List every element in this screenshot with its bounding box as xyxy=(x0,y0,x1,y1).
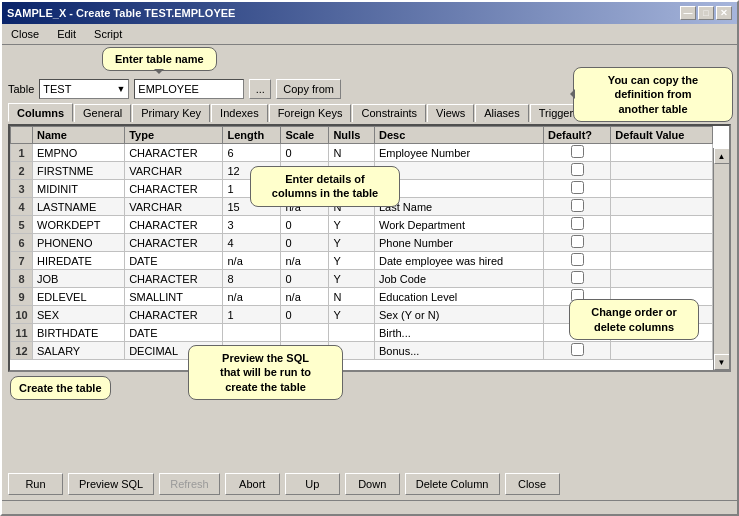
row-desc[interactable]: Work Department xyxy=(375,216,544,234)
row-desc[interactable]: Job Code xyxy=(375,270,544,288)
row-scale[interactable]: 0 xyxy=(281,144,329,162)
table-row[interactable]: 7 HIREDATE DATE n/a n/a Y Date employee … xyxy=(11,252,713,270)
row-default-check[interactable] xyxy=(544,198,611,216)
table-row[interactable]: 5 WORKDEPT CHARACTER 3 0 Y Work Departme… xyxy=(11,216,713,234)
row-type[interactable]: VARCHAR xyxy=(125,198,223,216)
row-nulls[interactable]: Y xyxy=(329,216,375,234)
scroll-down-arrow[interactable]: ▼ xyxy=(714,354,730,370)
row-scale[interactable]: 0 xyxy=(281,234,329,252)
row-length[interactable]: 4 xyxy=(223,234,281,252)
row-type[interactable]: DATE xyxy=(125,324,223,342)
preview-sql-button[interactable]: Preview SQL xyxy=(68,473,154,495)
table-row[interactable]: 6 PHONENO CHARACTER 4 0 Y Phone Number xyxy=(11,234,713,252)
up-button[interactable]: Up xyxy=(285,473,340,495)
minimize-button[interactable]: — xyxy=(680,6,696,20)
row-nulls[interactable]: Y xyxy=(329,234,375,252)
tab-foreign-keys[interactable]: Foreign Keys xyxy=(269,104,352,122)
row-name[interactable]: PHONENO xyxy=(33,234,125,252)
row-desc[interactable]: Sex (Y or N) xyxy=(375,306,544,324)
row-default-value[interactable] xyxy=(611,342,713,360)
table-row[interactable]: 12 SALARY DECIMAL Bonus... xyxy=(11,342,713,360)
vertical-scrollbar[interactable]: ▲ ▼ xyxy=(713,148,729,370)
tab-aliases[interactable]: Aliases xyxy=(475,104,528,122)
row-name[interactable]: SALARY xyxy=(33,342,125,360)
row-default-value[interactable] xyxy=(611,198,713,216)
abort-button[interactable]: Abort xyxy=(225,473,280,495)
row-default-check[interactable] xyxy=(544,180,611,198)
scroll-up-arrow[interactable]: ▲ xyxy=(714,148,730,164)
row-type[interactable]: CHARACTER xyxy=(125,270,223,288)
col-header-type[interactable]: Type xyxy=(125,127,223,144)
row-nulls[interactable]: N xyxy=(329,144,375,162)
row-default-value[interactable] xyxy=(611,144,713,162)
copy-from-button[interactable]: Copy from xyxy=(276,79,341,99)
row-default-value[interactable] xyxy=(611,270,713,288)
row-type[interactable]: SMALLINT xyxy=(125,288,223,306)
row-scale[interactable]: n/a xyxy=(281,252,329,270)
menu-edit[interactable]: Edit xyxy=(53,26,80,42)
table-row[interactable]: 1 EMPNO CHARACTER 6 0 N Employee Number xyxy=(11,144,713,162)
row-default-value[interactable] xyxy=(611,234,713,252)
row-nulls[interactable]: Y xyxy=(329,306,375,324)
tab-general[interactable]: General xyxy=(74,104,131,122)
row-length[interactable]: 3 xyxy=(223,216,281,234)
row-length[interactable]: 6 xyxy=(223,144,281,162)
row-nulls[interactable]: Y xyxy=(329,270,375,288)
row-type[interactable]: VARCHAR xyxy=(125,162,223,180)
row-default-check[interactable] xyxy=(544,270,611,288)
row-type[interactable]: DATE xyxy=(125,252,223,270)
row-default-check[interactable] xyxy=(544,252,611,270)
down-button[interactable]: Down xyxy=(345,473,400,495)
tab-columns[interactable]: Columns xyxy=(8,103,73,122)
delete-column-button[interactable]: Delete Column xyxy=(405,473,500,495)
row-name[interactable]: HIREDATE xyxy=(33,252,125,270)
schema-combo[interactable]: TEST ▼ xyxy=(39,79,129,99)
row-default-value[interactable] xyxy=(611,162,713,180)
row-name[interactable]: FIRSTNME xyxy=(33,162,125,180)
row-desc[interactable]: Employee Number xyxy=(375,144,544,162)
table-name-input[interactable] xyxy=(134,79,244,99)
row-type[interactable]: CHARACTER xyxy=(125,180,223,198)
row-desc[interactable]: Phone Number xyxy=(375,234,544,252)
row-default-value[interactable] xyxy=(611,216,713,234)
row-default-check[interactable] xyxy=(544,342,611,360)
row-type[interactable]: CHARACTER xyxy=(125,144,223,162)
run-button[interactable]: Run xyxy=(8,473,63,495)
refresh-button[interactable]: Refresh xyxy=(159,473,220,495)
tab-primary-key[interactable]: Primary Key xyxy=(132,104,210,122)
row-type[interactable]: CHARACTER xyxy=(125,216,223,234)
row-scale[interactable]: 0 xyxy=(281,216,329,234)
row-default-check[interactable] xyxy=(544,162,611,180)
tab-constraints[interactable]: Constraints xyxy=(352,104,426,122)
col-header-name[interactable]: Name xyxy=(33,127,125,144)
dots-button[interactable]: ... xyxy=(249,79,271,99)
row-length[interactable] xyxy=(223,324,281,342)
row-scale[interactable]: 0 xyxy=(281,270,329,288)
col-header-nulls[interactable]: Nulls xyxy=(329,127,375,144)
row-nulls[interactable]: Y xyxy=(329,252,375,270)
row-length[interactable]: 8 xyxy=(223,270,281,288)
row-name[interactable]: LASTNAME xyxy=(33,198,125,216)
col-header-length[interactable]: Length xyxy=(223,127,281,144)
close-button[interactable]: Close xyxy=(505,473,560,495)
row-name[interactable]: EMPNO xyxy=(33,144,125,162)
row-name[interactable]: MIDINIT xyxy=(33,180,125,198)
row-desc[interactable]: Date employee was hired xyxy=(375,252,544,270)
tab-indexes[interactable]: Indexes xyxy=(211,104,268,122)
menu-script[interactable]: Script xyxy=(90,26,126,42)
row-name[interactable]: SEX xyxy=(33,306,125,324)
maximize-button[interactable]: □ xyxy=(698,6,714,20)
combo-arrow-icon[interactable]: ▼ xyxy=(116,84,125,94)
row-default-value[interactable] xyxy=(611,252,713,270)
row-scale[interactable]: n/a xyxy=(281,288,329,306)
col-header-desc[interactable]: Desc xyxy=(375,127,544,144)
row-name[interactable]: BIRTHDATE xyxy=(33,324,125,342)
row-length[interactable]: n/a xyxy=(223,288,281,306)
row-type[interactable]: CHARACTER xyxy=(125,306,223,324)
col-header-scale[interactable]: Scale xyxy=(281,127,329,144)
col-header-default-check[interactable]: Default? xyxy=(544,127,611,144)
row-name[interactable]: JOB xyxy=(33,270,125,288)
row-nulls[interactable] xyxy=(329,324,375,342)
row-desc[interactable]: Birth... xyxy=(375,324,544,342)
row-default-check[interactable] xyxy=(544,216,611,234)
